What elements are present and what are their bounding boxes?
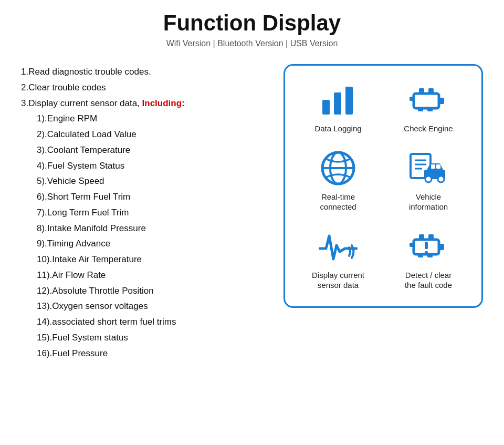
svg-rect-25 xyxy=(410,243,414,247)
bar-chart-icon xyxy=(317,81,359,118)
grid-item-data-logging: Data Logging xyxy=(296,81,381,134)
grid-item-fault-code: Detect / clearthe fault code xyxy=(386,228,471,291)
vehicle-info-icon xyxy=(407,150,449,187)
grid-label: Display currentsensor data xyxy=(312,270,364,291)
grid-label: Data Logging xyxy=(314,123,361,134)
list-sub-item: 6).Short Term Fuel Trim xyxy=(21,189,262,205)
svg-rect-20 xyxy=(431,164,435,169)
feature-list: 1.Read diagnostic trouble codes. 2.Clear… xyxy=(21,64,262,361)
grid-label: Vehicleinformation xyxy=(409,192,448,212)
list-item: 1.Read diagnostic trouble codes. xyxy=(21,64,262,80)
svg-point-18 xyxy=(425,176,432,182)
list-sub-item: 10).Intake Air Temperature xyxy=(21,252,262,267)
svg-rect-24 xyxy=(428,234,434,240)
list-sub-item: 12).Absolute Throttle Position xyxy=(21,283,262,299)
grid-label: Check Engine xyxy=(404,123,453,134)
list-sub-item: 8).Intake Manifold Pressure xyxy=(21,221,262,236)
grid-item-sensor-data: Display currentsensor data xyxy=(296,228,381,291)
svg-rect-26 xyxy=(439,244,444,250)
grid-label: Detect / clearthe fault code xyxy=(405,270,452,291)
svg-rect-6 xyxy=(410,97,414,101)
svg-rect-8 xyxy=(418,108,423,111)
list-sub-item: 1).Engine RPM xyxy=(21,111,262,127)
list-sub-item: 4).Fuel System Status xyxy=(21,158,262,174)
svg-rect-3 xyxy=(414,94,439,108)
list-sub-item: 2).Calculated Load Value xyxy=(21,127,262,142)
svg-rect-29 xyxy=(425,242,428,249)
list-sub-item: 9).Timing Advance xyxy=(21,236,262,252)
fault-icon xyxy=(407,228,449,265)
list-sub-item: 5).Vehicle Speed xyxy=(21,173,262,189)
main-content: 1.Read diagnostic trouble codes. 2.Clear… xyxy=(21,64,483,361)
svg-rect-0 xyxy=(322,100,330,115)
svg-rect-9 xyxy=(427,108,433,111)
svg-rect-27 xyxy=(418,254,423,257)
grid-item-check-engine: Check Engine xyxy=(386,81,471,134)
list-sub-item: 16).Fuel Pressure xyxy=(21,346,262,361)
svg-rect-7 xyxy=(439,98,444,104)
highlight-text: Including: xyxy=(142,98,185,108)
svg-rect-4 xyxy=(419,88,424,94)
feature-grid: Data Logging C xyxy=(284,64,483,308)
list-item: 3.Display current sensor data, Including… xyxy=(21,96,262,111)
svg-rect-2 xyxy=(345,87,353,115)
svg-rect-23 xyxy=(419,234,424,240)
list-sub-item: 7).Long Term Fuel Trim xyxy=(21,205,262,221)
list-sub-item: 14).associated short term fuel trims xyxy=(21,314,262,330)
page-title: Function Display xyxy=(21,11,483,36)
list-sub-item: 11).Air Flow Rate xyxy=(21,267,262,283)
page-subtitle: Wifi Version | Bluetooth Version | USB V… xyxy=(21,39,483,48)
list-sub-item: 15).Fuel System status xyxy=(21,330,262,346)
grid-label: Real-timeconnected xyxy=(320,192,356,212)
sensor-icon xyxy=(317,228,359,265)
svg-rect-5 xyxy=(428,88,434,94)
grid-item-realtime: Real-timeconnected xyxy=(296,150,381,212)
engine-icon xyxy=(407,81,449,118)
list-sub-item: 13).Oxygen sensor voltages xyxy=(21,298,262,314)
page-header: Function Display Wifi Version | Bluetoot… xyxy=(21,11,483,48)
grid-item-vehicle-info: Vehicleinformation xyxy=(386,150,471,212)
globe-icon xyxy=(317,150,359,187)
svg-rect-21 xyxy=(436,164,440,169)
svg-point-19 xyxy=(438,176,444,182)
svg-rect-28 xyxy=(427,254,433,257)
list-item: 2.Clear trouble codes xyxy=(21,80,262,96)
list-sub-item: 3).Coolant Temperature xyxy=(21,142,262,158)
svg-rect-30 xyxy=(425,251,428,254)
svg-rect-1 xyxy=(334,92,341,115)
